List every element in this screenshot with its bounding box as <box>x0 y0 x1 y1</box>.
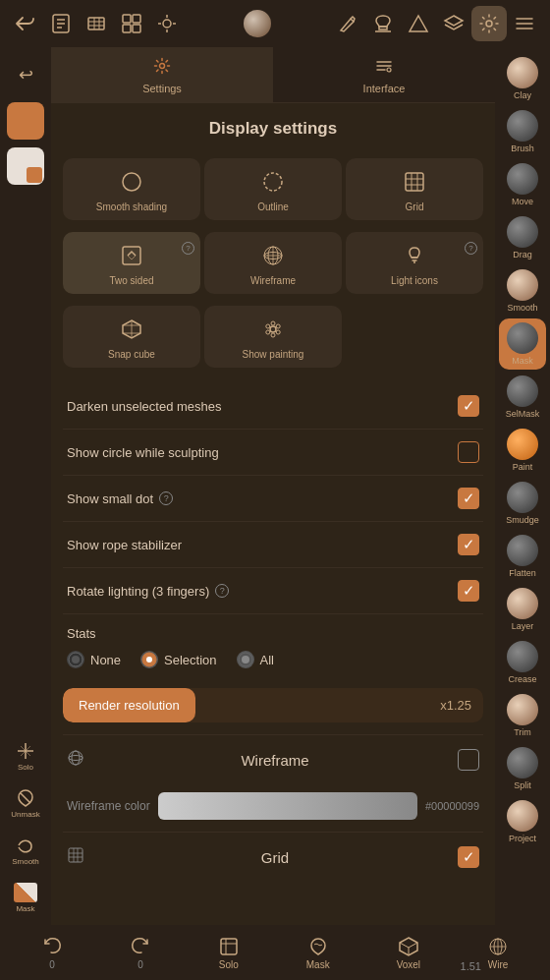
solo-label: Solo <box>219 959 239 970</box>
bottom-solo[interactable]: Solo <box>218 936 240 970</box>
right-tool-smudge[interactable]: Smudge <box>499 478 546 529</box>
right-tool-layer[interactable]: Layer <box>499 584 546 635</box>
panel-content: Display settings Smooth shading <box>51 103 495 925</box>
stats-title: Stats <box>67 626 479 641</box>
right-tool-flatten[interactable]: Flatten <box>499 531 546 582</box>
toolbar-stamp-icon[interactable] <box>365 6 401 41</box>
right-tool-selmask[interactable]: SelMask <box>499 372 546 423</box>
right-tool-smooth[interactable]: Smooth <box>499 265 546 317</box>
render-resolution-value: x1.25 <box>195 698 483 713</box>
bottom-undo[interactable]: 0 <box>41 936 63 970</box>
flatten-sphere <box>507 535 538 566</box>
right-tool-mask[interactable]: Mask <box>499 318 546 370</box>
grid-section-checkbox[interactable]: ✓ <box>458 846 479 868</box>
two-sided-icon <box>118 242 145 269</box>
setting-smooth-shading[interactable]: Smooth shading <box>63 158 200 220</box>
show-rope-checkbox[interactable] <box>458 534 479 555</box>
svg-point-65 <box>69 756 82 761</box>
stats-option-selection[interactable]: Selection <box>140 651 216 668</box>
svg-rect-33 <box>406 173 423 191</box>
bottom-redo[interactable]: 0 <box>130 936 151 970</box>
toolbar-sphere-icon[interactable] <box>240 6 275 41</box>
wireframe-color-row: Wireframe color #00000099 <box>63 784 483 832</box>
undo-icon <box>41 936 63 957</box>
svg-rect-38 <box>123 247 140 264</box>
wire-icon <box>487 936 509 957</box>
bottom-voxel[interactable]: Voxel <box>397 936 420 970</box>
show-painting-icon <box>259 316 287 343</box>
right-tool-clay[interactable]: Clay <box>499 53 546 104</box>
solo-icon <box>218 936 240 957</box>
toolbar-stack-icon[interactable] <box>436 6 471 41</box>
right-panel: Clay Brush Move Drag Smooth Mask SelMask… <box>495 47 550 925</box>
left-tool-unmask[interactable]: Unmask <box>4 781 47 825</box>
wireframe-section-header: Wireframe <box>63 734 483 784</box>
setting-show-painting[interactable]: Show painting <box>204 306 342 368</box>
drag-label: Drag <box>513 250 532 259</box>
tab-settings[interactable]: Settings <box>51 47 273 102</box>
top-toolbar <box>0 0 550 47</box>
right-tool-trim[interactable]: Trim <box>499 690 546 741</box>
stats-option-none[interactable]: None <box>67 651 121 668</box>
svg-point-32 <box>264 173 282 191</box>
wireframe-section-checkbox[interactable] <box>458 749 479 771</box>
right-tool-brush[interactable]: Brush <box>499 106 546 157</box>
setting-snap-cube[interactable]: Snap cube <box>63 306 200 368</box>
tab-settings-label: Settings <box>142 83 182 94</box>
color-swatch-primary[interactable] <box>7 102 44 140</box>
render-resolution-button[interactable]: Render resolution <box>63 688 195 722</box>
setting-wireframe[interactable]: Wireframe <box>204 232 342 294</box>
toolbar-menu-icon[interactable] <box>507 6 542 41</box>
svg-line-25 <box>21 793 30 803</box>
interface-tab-icon <box>375 57 393 79</box>
toolbar-grid-icon[interactable] <box>114 6 149 41</box>
right-tool-crease[interactable]: Crease <box>499 637 546 688</box>
tab-interface[interactable]: Interface <box>273 47 495 102</box>
svg-point-63 <box>69 751 82 765</box>
left-tool-sym[interactable]: Solo <box>4 734 47 778</box>
color-swatch-secondary[interactable] <box>7 147 44 185</box>
toolbar-file-icon[interactable] <box>43 6 79 41</box>
right-tool-split[interactable]: Split <box>499 743 546 794</box>
svg-point-54 <box>271 333 275 337</box>
show-small-dot-info-icon: ? <box>159 491 173 505</box>
stats-section: Stats None Selection <box>63 614 483 676</box>
layer-sphere <box>507 588 538 619</box>
bottom-wire[interactable]: Wire <box>487 936 509 970</box>
render-resolution-row: Render resolution x1.25 <box>63 688 483 722</box>
toolbar-effects-icon[interactable] <box>149 6 185 41</box>
right-tool-move[interactable]: Move <box>499 159 546 210</box>
show-circle-checkbox[interactable] <box>458 441 479 463</box>
outline-icon <box>259 168 287 196</box>
toolbar-brush-icon[interactable] <box>330 6 365 41</box>
stats-option-all[interactable]: All <box>237 651 274 668</box>
show-painting-label: Show painting <box>243 349 304 360</box>
svg-point-31 <box>123 173 140 191</box>
left-tool-mask-btn[interactable]: Mask <box>4 876 47 919</box>
setting-light-icons[interactable]: ? Light icons <box>346 232 483 294</box>
right-tool-drag[interactable]: Drag <box>499 212 546 263</box>
right-tool-paint[interactable]: Paint <box>499 425 546 476</box>
svg-rect-66 <box>69 848 82 862</box>
grid-section-title: Grid <box>92 849 458 866</box>
toolbar-alpha-icon[interactable] <box>401 6 436 41</box>
wireframe-color-preview[interactable] <box>158 792 417 820</box>
setting-two-sided[interactable]: ? Two sided <box>63 232 200 294</box>
right-tool-project[interactable]: Project <box>499 796 546 847</box>
setting-outline[interactable]: Outline <box>204 158 342 220</box>
wireframe-section-icon <box>67 749 84 771</box>
svg-point-53 <box>276 330 280 334</box>
toolbar-back-icon[interactable] <box>8 6 43 41</box>
toolbar-settings-icon[interactable] <box>471 6 507 41</box>
svg-rect-9 <box>123 15 131 23</box>
show-small-dot-checkbox[interactable] <box>458 488 479 509</box>
toolbar-layers-icon[interactable] <box>79 6 114 41</box>
darken-unselected-label: Darken unselected meshes <box>67 399 458 414</box>
left-tool-undo[interactable]: ↩ <box>4 53 47 96</box>
darken-unselected-checkbox[interactable] <box>458 395 479 417</box>
smooth-sphere <box>507 269 538 301</box>
bottom-mask[interactable]: Mask <box>306 936 330 970</box>
setting-grid[interactable]: Grid <box>346 158 483 220</box>
left-tool-smooth[interactable]: Smooth <box>4 829 47 872</box>
rotate-lighting-checkbox[interactable] <box>458 580 479 602</box>
